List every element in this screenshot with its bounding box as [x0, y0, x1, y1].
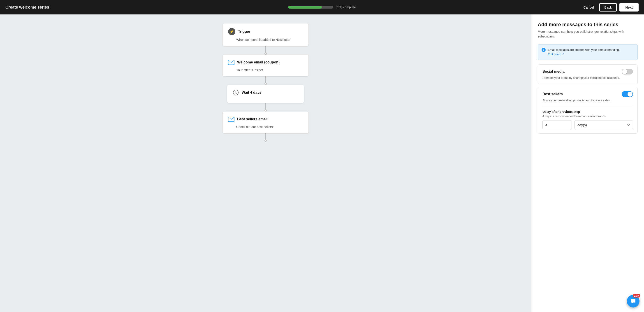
best-sellers-toggle-card: Best sellers Share your best-selling pro…: [538, 87, 638, 134]
delay-number-wrapper: ▲ ▼: [542, 121, 572, 129]
clock-icon: [233, 89, 239, 96]
welcome-email-card[interactable]: Welcome email (coupon) Your offer is ins…: [223, 55, 308, 76]
canvas-area: ⚡ Trigger When someone is added to Newsl…: [0, 15, 531, 312]
progress-bar-container: [288, 6, 333, 9]
social-media-toggle-header: Social media: [542, 69, 633, 75]
social-media-toggle-knob: [622, 69, 627, 74]
social-media-title: Social media: [542, 70, 564, 74]
next-button[interactable]: Next: [620, 3, 638, 12]
best-sellers-desc: Share your best-selling products and inc…: [542, 98, 633, 103]
connector-line-2: [265, 76, 266, 83]
welcome-email-title: Welcome email (coupon): [237, 60, 280, 64]
panel-subtitle: More messages can help you build stronge…: [538, 29, 638, 39]
connector-line: [265, 46, 266, 52]
progress-bar-fill: [288, 6, 322, 9]
best-sellers-body: Check out our best sellers!: [228, 125, 303, 129]
welcome-email-body: Your offer is inside!: [228, 68, 303, 72]
info-icon: i: [542, 48, 546, 52]
chat-badge-count: 2.3K: [633, 294, 640, 297]
connector-dot-2: [264, 83, 267, 85]
info-banner-text: Email templates are created with your de…: [548, 48, 620, 52]
best-sellers-toggle[interactable]: [622, 91, 633, 97]
chat-badge[interactable]: 2.3K: [627, 295, 640, 307]
header: Create welcome series 75% complete Cance…: [0, 0, 644, 15]
best-sellers-title: Best sellers email: [237, 117, 268, 121]
info-banner: i Email templates are created with your …: [538, 44, 638, 60]
edit-brand-link[interactable]: Edit brand ↗: [548, 52, 564, 57]
email-icon: [228, 59, 234, 66]
right-panel: Add more messages to this series More me…: [531, 15, 644, 312]
social-media-desc: Promote your brand by sharing your socia…: [542, 76, 633, 80]
best-sellers-toggle-knob: [628, 92, 632, 97]
delay-unit-select[interactable]: day(s) hour(s) week(s): [574, 121, 633, 129]
header-actions: Cancel Back Next: [580, 3, 638, 12]
wait-card-header: Wait 4 days: [233, 89, 298, 96]
delay-inputs: ▲ ▼ day(s) hour(s) week(s): [542, 121, 633, 129]
wait-card-title: Wait 4 days: [242, 91, 261, 95]
main-container: ⚡ Trigger When someone is added to Newsl…: [0, 15, 644, 312]
connector-line-3: [265, 103, 266, 109]
wait-card[interactable]: Wait 4 days: [227, 85, 304, 103]
edit-brand-label: Edit brand: [548, 52, 561, 57]
cancel-button[interactable]: Cancel: [580, 4, 596, 11]
trigger-card[interactable]: ⚡ Trigger When someone is added to Newsl…: [223, 24, 308, 46]
connector-line-4: [265, 133, 266, 140]
page-title: Create welcome series: [6, 5, 49, 10]
trigger-icon: ⚡: [228, 28, 235, 35]
connector-1: [264, 46, 267, 55]
social-media-toggle[interactable]: [622, 69, 633, 75]
flow-container: ⚡ Trigger When someone is added to Newsl…: [212, 24, 320, 142]
connector-4: [264, 133, 267, 142]
back-button[interactable]: Back: [599, 3, 617, 12]
external-link-icon: ↗: [562, 52, 564, 56]
delay-section: Delay after previous step 4 days is reco…: [542, 106, 633, 129]
panel-title: Add more messages to this series: [538, 22, 638, 28]
trigger-card-header: ⚡ Trigger: [228, 28, 303, 35]
email-icon-2: [228, 116, 234, 122]
delay-label: Delay after previous step: [542, 110, 633, 114]
delay-number-input[interactable]: [543, 121, 572, 129]
progress-bar-area: 75% complete: [288, 6, 356, 9]
trigger-card-title: Trigger: [238, 30, 250, 34]
delay-sublabel: 4 days is recommended based on similar b…: [542, 114, 633, 118]
trigger-card-body: When someone is added to Newsletter: [228, 38, 303, 42]
connector-2: [264, 76, 267, 85]
best-sellers-toggle-title: Best sellers: [542, 92, 563, 96]
best-sellers-card-header: Best sellers email: [228, 116, 303, 122]
info-text: Email templates are created with your de…: [548, 48, 620, 57]
welcome-email-card-header: Welcome email (coupon): [228, 59, 303, 66]
connector-3: [264, 103, 267, 112]
connector-dot-4: [264, 140, 267, 142]
connector-dot: [264, 52, 267, 55]
best-sellers-card[interactable]: Best sellers email Check out our best se…: [223, 112, 308, 133]
best-sellers-toggle-header: Best sellers: [542, 91, 633, 97]
social-media-toggle-card: Social media Promote your brand by shari…: [538, 64, 638, 84]
progress-label: 75% complete: [336, 6, 356, 9]
connector-dot-3: [264, 109, 267, 112]
